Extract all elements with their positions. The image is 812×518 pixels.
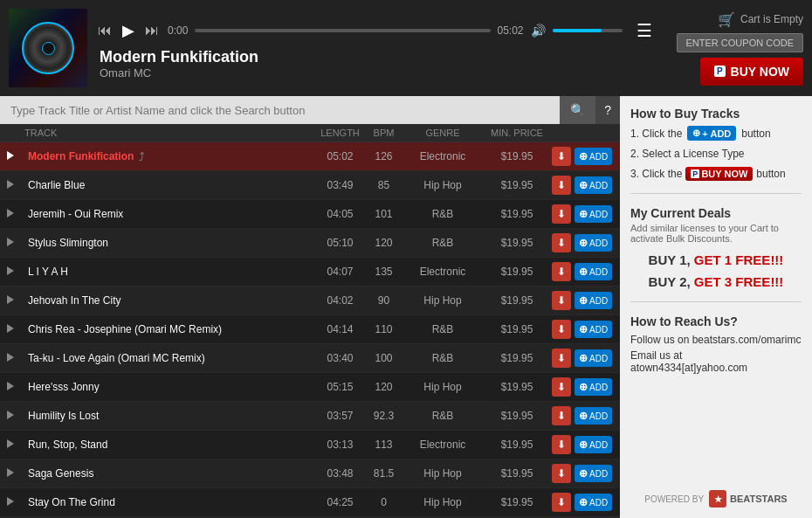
play-cell-4[interactable] [7,266,24,278]
track-name-cell-5: Jehovah In The City [24,294,316,307]
track-actions-8: ⬇ ⊕ ADD [552,377,613,397]
track-length-1: 03:49 [316,179,364,191]
download-button-6[interactable]: ⬇ [552,320,571,339]
track-genre-10: Electronic [403,439,482,451]
track-actions-6: ⬇ ⊕ ADD [552,320,613,339]
play-triangle-6[interactable] [7,324,14,333]
track-name-6[interactable]: Chris Rea - Josephine (Omari MC Remix) [28,323,222,335]
play-triangle-0[interactable] [7,151,14,160]
play-triangle-12[interactable] [7,497,14,506]
track-price-0: $19.95 [482,150,552,162]
header-track: TRACK [7,128,316,138]
table-row: Here'sss Jonny 05:15 120 Hip Hop $19.95 … [0,373,620,402]
download-button-2[interactable]: ⬇ [552,204,571,224]
buy-now-button[interactable]: P BUY NOW [700,58,803,86]
add-button-0[interactable]: ⊕ ADD [575,148,612,165]
player-bar: ⏮ ▶ ⏭ 0:00 05:02 🔊 ☰ Modern Funkificatio… [0,0,812,96]
track-name-1[interactable]: Charlie Blue [28,179,85,191]
paypal-icon: P [714,66,726,77]
track-name-2[interactable]: Jeremih - Oui Remix [28,208,123,220]
progress-bar[interactable] [195,29,490,32]
play-triangle-7[interactable] [7,353,14,362]
add-button-1[interactable]: ⊕ ADD [575,176,612,194]
track-name-10[interactable]: Run, Stop, Stand [28,439,107,451]
play-cell-2[interactable] [7,208,24,220]
add-label-9: ADD [589,411,608,421]
add-button-12[interactable]: ⊕ ADD [575,494,612,511]
download-button-9[interactable]: ⬇ [552,406,571,425]
download-button-12[interactable]: ⬇ [552,493,571,512]
track-name-3[interactable]: Stylus Slimington [28,237,108,249]
add-button-6[interactable]: ⊕ ADD [575,321,612,338]
track-name-8[interactable]: Here'sss Jonny [28,381,100,393]
play-triangle-2[interactable] [7,209,14,218]
add-button-11[interactable]: ⊕ ADD [575,465,612,482]
coupon-button[interactable]: ENTER COUPON CODE [677,33,803,52]
track-bpm-10: 113 [364,439,403,451]
add-button-3[interactable]: ⊕ ADD [575,234,612,252]
download-button-8[interactable]: ⬇ [552,377,571,397]
play-cell-10[interactable] [7,439,24,451]
menu-button[interactable]: ☰ [630,17,659,45]
play-triangle-11[interactable] [7,468,14,477]
play-triangle-5[interactable] [7,295,14,304]
track-name-4[interactable]: L I Y A H [28,266,68,278]
track-name-5[interactable]: Jehovah In The City [28,294,121,307]
track-actions-2: ⬇ ⊕ ADD [552,204,613,224]
play-cell-7[interactable] [7,352,24,364]
step1-text: 1. Click the [630,128,682,140]
download-button-0[interactable]: ⬇ [552,147,571,166]
play-cell-3[interactable] [7,237,24,249]
play-triangle-1[interactable] [7,180,14,189]
add-button-2[interactable]: ⊕ ADD [575,205,612,223]
play-triangle-3[interactable] [7,238,14,246]
help-button[interactable]: ? [595,96,620,124]
add-label-6: ADD [589,325,608,335]
play-triangle-8[interactable] [7,382,14,390]
track-name-12[interactable]: Stay On The Grind [28,496,115,508]
play-cell-1[interactable] [7,179,24,191]
download-button-5[interactable]: ⬇ [552,291,571,310]
download-button-4[interactable]: ⬇ [552,262,571,281]
next-button[interactable]: ⏭ [143,21,161,40]
track-price-10: $19.95 [482,439,552,451]
play-cell-11[interactable] [7,467,24,480]
download-button-3[interactable]: ⬇ [552,233,571,252]
add-button-8[interactable]: ⊕ ADD [575,378,612,396]
prev-button[interactable]: ⏮ [96,21,114,40]
add-button-4[interactable]: ⊕ ADD [575,263,612,280]
add-button-10[interactable]: ⊕ ADD [575,436,612,453]
table-row: Stylus Slimington 05:10 120 R&B $19.95 ⬇… [0,229,620,258]
add-button-7[interactable]: ⊕ ADD [575,349,612,367]
add-button-9[interactable]: ⊕ ADD [575,407,612,425]
track-genre-5: Hip Hop [403,294,482,307]
add-plus-icon-10: ⊕ [579,439,588,451]
track-name-9[interactable]: Humility Is Lost [28,410,99,422]
download-button-11[interactable]: ⬇ [552,464,571,483]
search-input[interactable] [0,97,560,124]
play-cell-0[interactable] [7,150,24,162]
add-button-5[interactable]: ⊕ ADD [575,292,612,309]
add-label-3: ADD [589,238,608,248]
play-triangle-10[interactable] [7,439,14,448]
play-triangle-4[interactable] [7,266,14,275]
play-cell-12[interactable] [7,496,24,508]
track-genre-11: Hip Hop [403,467,482,480]
share-icon-0[interactable]: ⤴ [139,150,145,163]
search-button[interactable]: 🔍 [560,96,595,124]
download-button-7[interactable]: ⬇ [552,349,571,368]
play-cell-9[interactable] [7,410,24,422]
track-name-cell-1: Charlie Blue [24,179,316,191]
track-length-8: 05:15 [316,381,364,393]
volume-bar[interactable] [553,29,623,32]
download-button-10[interactable]: ⬇ [552,435,571,454]
track-name-7[interactable]: Ta-ku - Love Again (Omari MC Remix) [28,352,205,364]
track-name-11[interactable]: Saga Genesis [28,467,93,480]
play-cell-5[interactable] [7,294,24,307]
play-triangle-9[interactable] [7,411,14,419]
play-cell-8[interactable] [7,381,24,393]
play-cell-6[interactable] [7,323,24,335]
track-name-0[interactable]: Modern Funkification [28,150,134,162]
play-button[interactable]: ▶ [120,19,136,42]
download-button-1[interactable]: ⬇ [552,176,571,195]
